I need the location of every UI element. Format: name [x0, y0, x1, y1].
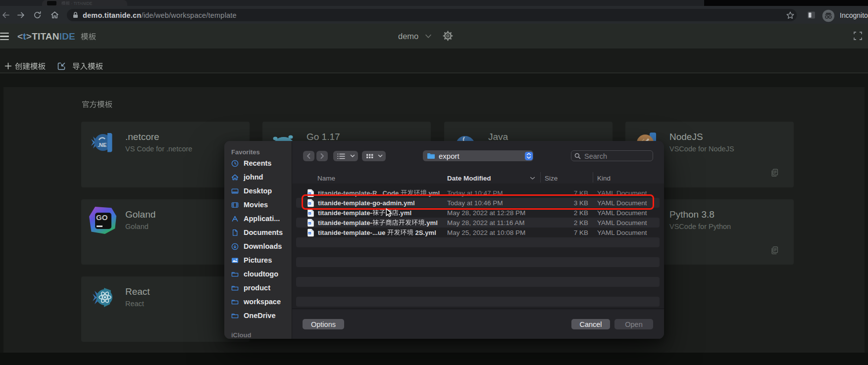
svg-text:.NE: .NE — [98, 142, 106, 148]
